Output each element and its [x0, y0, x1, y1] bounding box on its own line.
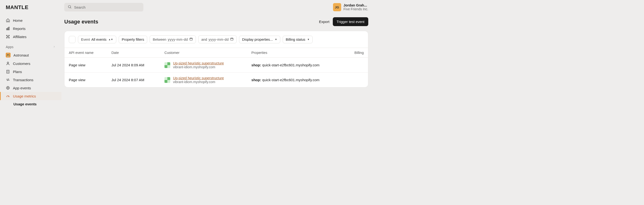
cell-event: Page view — [64, 73, 107, 87]
caret-down-icon: ▼ — [307, 38, 310, 41]
svg-point-6 — [9, 37, 10, 38]
nav-customers[interactable]: Customers — [0, 59, 62, 67]
sort-icon: ▲▼ — [108, 38, 113, 41]
apps-label: Apps — [6, 45, 14, 49]
main-content: JG Jordan Grah... Five Friends Inc. Usag… — [62, 0, 374, 111]
cell-customer: Up-sized heuristic superstructure vibran… — [160, 73, 247, 87]
nav-label: Usage metrics — [13, 94, 36, 98]
page-title: Usage events — [64, 19, 98, 25]
nav-label: Affiliates — [13, 35, 26, 39]
chevron-right-icon — [53, 45, 56, 49]
nav-usage-events[interactable]: Usage events — [0, 100, 62, 108]
prop-value: quick-start-e2fbc601.myshopify.com — [262, 78, 320, 82]
between-label: Between — [153, 38, 166, 41]
user-menu[interactable]: JG Jordan Grah... Five Friends Inc. — [333, 3, 368, 11]
topbar: JG Jordan Grah... Five Friends Inc. — [64, 3, 368, 11]
search-icon — [68, 5, 72, 9]
brand-logo: MANTLE — [0, 3, 62, 16]
cell-event: Page view — [64, 58, 107, 73]
nav-label: Reports — [13, 26, 26, 31]
sidebar-app-astronaut[interactable]: 🧑‍🚀 Astronaut — [0, 51, 62, 59]
customer-link[interactable]: Up-sized heuristic superstructure — [173, 61, 224, 65]
events-table: API event name Date Customer Properties … — [64, 48, 368, 87]
svg-rect-0 — [6, 28, 7, 30]
search-box[interactable] — [64, 3, 144, 11]
svg-rect-2 — [9, 27, 9, 30]
nav-label: Plans — [13, 70, 22, 74]
customer-avatar — [164, 77, 170, 83]
search-input[interactable] — [74, 5, 140, 9]
cell-billing — [345, 58, 368, 73]
event-filter[interactable]: Event All events ▲▼ — [78, 36, 116, 43]
customer-domain: vibrant-idiom.myshopify.com — [173, 80, 224, 84]
user-icon — [6, 61, 10, 66]
col-date: Date — [107, 48, 160, 58]
svg-rect-12 — [190, 38, 192, 40]
gauge-icon — [6, 94, 10, 98]
table-row[interactable]: Page view Jul 24 2024 8:07 AM Up-sized h… — [64, 73, 368, 87]
prop-value: quick-start-e2fbc601.myshopify.com — [262, 63, 320, 67]
table-row[interactable]: Page view Jul 24 2024 8:09 AM Up-sized h… — [64, 58, 368, 73]
calendar-icon — [230, 37, 234, 41]
user-name: Jordan Grah... — [344, 3, 368, 7]
trigger-test-event-button[interactable]: Trigger test event — [333, 17, 368, 26]
svg-rect-1 — [8, 28, 8, 30]
filter-value: All events — [91, 38, 106, 41]
col-api-event: API event name — [64, 48, 107, 58]
select-all-checkbox[interactable] — [69, 36, 76, 43]
svg-point-7 — [7, 62, 9, 63]
display-properties-filter[interactable]: Display properties... ▼ — [239, 36, 280, 43]
customer-link[interactable]: Up-sized heuristic superstructure — [173, 76, 224, 80]
date-placeholder: yyyy-mm-dd — [208, 38, 229, 41]
svg-point-4 — [9, 35, 10, 36]
cell-customer: Up-sized heuristic superstructure vibran… — [160, 58, 247, 73]
svg-rect-13 — [231, 38, 233, 40]
nav-reports[interactable]: Reports — [0, 24, 62, 32]
svg-rect-8 — [7, 70, 9, 73]
date-to-filter[interactable]: and yyyy-mm-dd — [198, 35, 237, 43]
prop-key: shop: — [252, 78, 261, 82]
col-customer: Customer — [160, 48, 247, 58]
calendar-icon — [190, 37, 193, 41]
nav-label: Customers — [13, 61, 30, 66]
svg-point-10 — [6, 86, 9, 89]
and-label: and — [202, 38, 207, 41]
nav-label: Transactions — [13, 78, 33, 82]
nav-plans[interactable]: Plans — [0, 67, 62, 76]
chart-icon — [6, 26, 10, 31]
nav-affiliates[interactable]: Affiliates — [0, 32, 62, 41]
filters-bar: Event All events ▲▼ Property filters Bet… — [64, 31, 368, 48]
nav-label: Astronaut — [14, 53, 29, 57]
sidebar: MANTLE Home Reports Affiliates Apps — [0, 0, 62, 111]
nav-app-events[interactable]: App events — [0, 84, 62, 92]
nav-usage-metrics[interactable]: Usage metrics — [0, 92, 62, 100]
cell-date: Jul 24 2024 8:09 AM — [107, 58, 160, 73]
customer-avatar — [164, 62, 170, 68]
user-org: Five Friends Inc. — [344, 7, 368, 11]
nav-home[interactable]: Home — [0, 16, 62, 24]
affiliates-icon — [6, 34, 10, 39]
svg-point-3 — [6, 35, 8, 36]
page-header: Usage events Export Trigger test event — [64, 17, 368, 26]
events-card: Event All events ▲▼ Property filters Bet… — [64, 31, 368, 87]
export-button[interactable]: Export — [319, 20, 329, 24]
cell-billing — [345, 73, 368, 87]
col-properties: Properties — [247, 48, 345, 58]
filter-label: Event — [81, 38, 90, 41]
apps-section-header[interactable]: Apps — [0, 41, 62, 51]
building-icon — [6, 69, 10, 74]
cell-properties: shop: quick-start-e2fbc601.myshopify.com — [247, 58, 345, 73]
customer-domain: vibrant-idiom.myshopify.com — [173, 65, 224, 69]
avatar: JG — [333, 3, 341, 11]
home-icon — [6, 18, 10, 22]
nav-transactions[interactable]: Transactions — [0, 76, 62, 84]
astronaut-icon: 🧑‍🚀 — [6, 53, 10, 57]
svg-point-11 — [68, 5, 71, 8]
billing-status-filter[interactable]: Billing status ▼ — [283, 36, 313, 43]
date-from-filter[interactable]: Between yyyy-mm-dd — [150, 35, 196, 43]
property-filters-button[interactable]: Property filters — [119, 36, 147, 43]
nav-label: App events — [13, 86, 31, 90]
transactions-icon — [6, 78, 10, 82]
cell-properties: shop: quick-start-e2fbc601.myshopify.com — [247, 73, 345, 87]
col-billing: Billing — [345, 48, 368, 58]
